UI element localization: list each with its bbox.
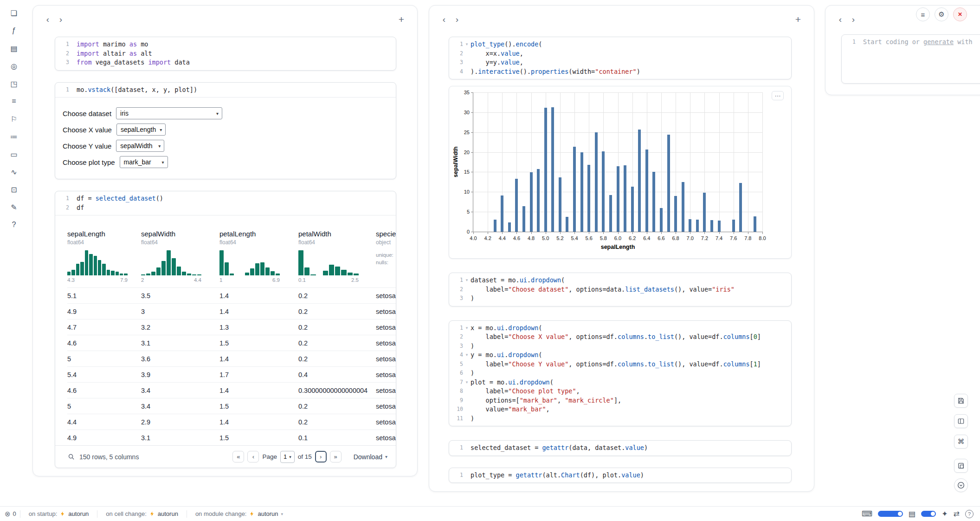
last-page-button[interactable]: » xyxy=(330,451,342,462)
snippets-icon[interactable]: ✎ xyxy=(8,202,19,213)
small-toggle[interactable] xyxy=(921,511,936,517)
range-max: 2.5 xyxy=(351,277,359,283)
chart-menu-button[interactable]: ⋯ xyxy=(772,91,784,100)
help-icon[interactable]: ? xyxy=(8,219,19,230)
search-icon[interactable] xyxy=(65,451,77,462)
shutdown-button[interactable]: ✕ xyxy=(953,7,967,21)
axis-tick xyxy=(647,232,647,234)
chart-output: ⋯ 4.04.24.44.64.85.05.25.45.65.86.06.26.… xyxy=(449,86,792,259)
column-histogram xyxy=(67,250,128,275)
code-token: value xyxy=(501,59,520,66)
column-prev-button[interactable]: ‹ xyxy=(438,13,451,26)
fold-marker[interactable]: ▾ xyxy=(463,276,471,285)
packages-icon[interactable]: ◳ xyxy=(8,78,19,89)
code-editor[interactable]: 1selected_dataset = getattr(data, datase… xyxy=(449,441,791,456)
code-editor[interactable]: 1import marimo as mo2import altair as al… xyxy=(55,37,396,70)
code-editor[interactable]: 1▾plot_type().encode(2 x=x.value,3 y=y.v… xyxy=(449,37,791,79)
column-header[interactable]: sepalLengthfloat644.37.9 xyxy=(67,215,141,288)
code-token: "mark_circle" xyxy=(565,397,614,404)
column-header[interactable]: petalWidthfloat640.12.5 xyxy=(298,215,376,288)
table-cell: setosa xyxy=(376,351,396,367)
fold-marker[interactable]: ▾ xyxy=(463,351,471,360)
line-number: 2 xyxy=(58,203,69,213)
tracing-icon[interactable]: ∿ xyxy=(8,166,19,177)
prev-page-button[interactable]: ‹ xyxy=(247,451,259,462)
panel-rows-icon[interactable]: ▤ xyxy=(909,509,916,518)
dependency-graph-icon[interactable]: ◎ xyxy=(8,60,19,72)
dropdown-choose-y-value[interactable]: sepalWidth▾ xyxy=(116,140,164,152)
code-editor[interactable]: 1plot_type = getattr(alt.Chart(df), plot… xyxy=(449,468,791,483)
code-token: import xyxy=(148,59,171,66)
save-button[interactable] xyxy=(954,394,968,408)
column-prev-button[interactable]: ‹ xyxy=(41,13,54,26)
download-button[interactable]: Download ▾ xyxy=(354,453,387,461)
column-header[interactable]: sepalWidthfloat6424.4 xyxy=(141,215,219,288)
axis-tick xyxy=(719,232,720,234)
add-cell-button[interactable]: + xyxy=(395,13,408,26)
code-editor[interactable]: 1 Start coding or generate with xyxy=(842,35,980,83)
column-dtype: object xyxy=(376,239,396,247)
code-editor[interactable]: 1▾dataset = mo.ui.dropdown(2 label="Choo… xyxy=(449,273,791,306)
shortcuts-button[interactable]: ⌘ xyxy=(954,435,968,449)
editor-placeholder[interactable]: Start coding or generate with xyxy=(863,38,973,47)
code-token: ( xyxy=(561,276,565,284)
menu-button[interactable]: ≡ xyxy=(916,7,930,21)
histogram-bar xyxy=(341,270,346,275)
table-row: 4.931.40.2setosa xyxy=(67,304,396,319)
fold-marker[interactable]: ▾ xyxy=(463,378,471,387)
grid-view-button[interactable] xyxy=(954,414,968,428)
keyboard-shortcuts-icon[interactable]: ⌨ xyxy=(862,509,872,518)
column-next-button[interactable]: › xyxy=(847,13,860,26)
app-frame-button[interactable] xyxy=(954,459,968,473)
code-token: df xyxy=(77,204,84,211)
on-module-change-chip[interactable]: on module change: autorun ▾ xyxy=(191,510,288,517)
download-label: Download xyxy=(354,453,382,461)
page-select[interactable]: 1 ▾ xyxy=(280,451,295,463)
generate-link[interactable]: generate xyxy=(923,38,954,46)
histogram-bar xyxy=(177,267,181,275)
table-cell: 0.30000000000000004 xyxy=(298,383,376,398)
file-tree-icon[interactable]: ❏ xyxy=(8,7,19,19)
column-next-button[interactable]: › xyxy=(451,13,464,26)
documentation-icon[interactable]: ▭ xyxy=(8,149,19,160)
fold-marker[interactable]: ▾ xyxy=(463,40,471,49)
help-icon[interactable]: ? xyxy=(965,510,974,518)
code-editor[interactable]: 1▾x = mo.ui.dropdown(2 label="Choose X v… xyxy=(449,321,791,426)
next-page-button[interactable]: › xyxy=(315,451,327,462)
debug-icon[interactable]: ⚐ xyxy=(8,113,19,124)
scroll-down-button[interactable] xyxy=(954,478,968,492)
wide-toggle[interactable] xyxy=(878,511,903,517)
variables-icon[interactable]: ⊡ xyxy=(8,184,19,195)
on-startup-chip[interactable]: on startup: autorun xyxy=(24,510,94,517)
histogram-bar xyxy=(304,267,309,275)
column-next-button[interactable]: › xyxy=(54,13,67,26)
code-token: y = mo. xyxy=(471,351,497,358)
table-cell: 0.2 xyxy=(298,304,376,319)
functions-icon[interactable]: ƒ xyxy=(8,25,19,36)
column-header[interactable]: petalLengthfloat6416.9 xyxy=(219,215,298,288)
column-header[interactable]: speciesobjectunique:nulls: xyxy=(376,215,396,288)
dropdown-choose-plot-type[interactable]: mark_bar▾ xyxy=(120,156,168,168)
add-cell-button[interactable]: + xyxy=(792,13,805,26)
toc-icon[interactable]: ≡ xyxy=(8,96,19,107)
datasources-icon[interactable]: ▤ xyxy=(8,43,19,54)
column-prev-button[interactable]: ‹ xyxy=(834,13,847,26)
code-editor[interactable]: 1df = selected_dataset()2df xyxy=(55,191,396,215)
fold-marker[interactable]: ▾ xyxy=(463,324,471,333)
first-page-button[interactable]: « xyxy=(232,451,244,462)
axis-tick xyxy=(502,232,503,234)
error-indicator[interactable]: ⊗ 0 xyxy=(5,510,16,518)
settings-button[interactable]: ⚙ xyxy=(935,7,948,21)
dropdown-choose-dataset[interactable]: iris▾ xyxy=(116,107,222,119)
histogram-bar xyxy=(89,254,92,275)
dropdown-choose-x-value[interactable]: sepalLength▾ xyxy=(116,124,166,136)
swap-icon[interactable]: ⇄ xyxy=(954,509,960,518)
code-line: 2 label="Choose dataset", options=data.l… xyxy=(452,285,787,294)
ai-sparkle-icon[interactable]: ✦ xyxy=(941,509,948,518)
table-cell: 1.3 xyxy=(219,319,298,335)
axis-tick xyxy=(471,152,473,153)
on-cell-change-chip[interactable]: on cell change: autorun xyxy=(101,510,183,517)
code-editor[interactable]: 1mo.vstack([dataset, x, y, plot]) xyxy=(55,83,396,98)
notebook-column-2: ‹ › + 1▾plot_type().encode(2 x=x.value,3… xyxy=(429,5,814,492)
logs-icon[interactable]: ≔ xyxy=(8,131,19,142)
